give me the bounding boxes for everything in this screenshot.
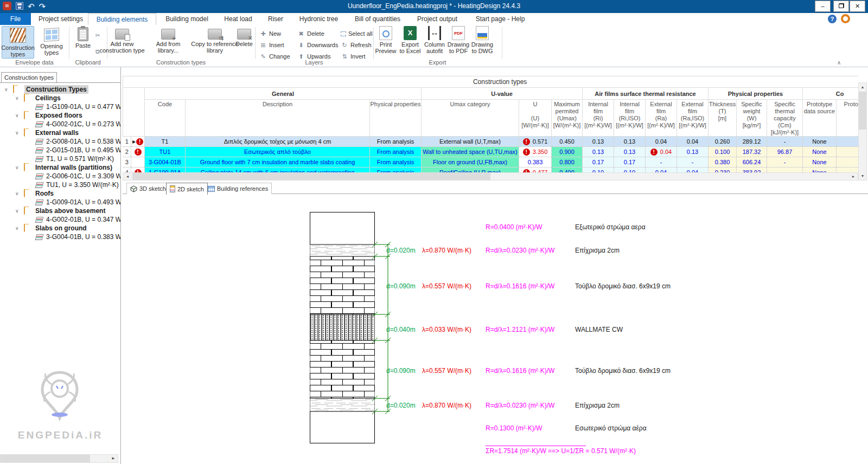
column-header-umax[interactable]: Maximum permited (Umax) [W/(m²·K)] xyxy=(552,100,583,137)
delete-construction-type-button[interactable]: ✕ Delete xyxy=(231,26,258,47)
select-all-button[interactable]: Select all xyxy=(341,29,373,38)
column-header-ri-iso[interactable]: Internal film (Ri,ISO) [(m²·K)/W] xyxy=(614,100,646,137)
group-header-physical-properties[interactable]: Physical properties xyxy=(709,88,803,100)
expand-arrow-icon[interactable]: ∨ xyxy=(15,94,19,102)
tree-item[interactable]: 1-G109-01A, U = 0.477 W/(m²·K) xyxy=(0,102,120,111)
tree-item[interactable]: 2-G008-01A, U = 0.538 W/(m²·K) xyxy=(0,137,120,146)
expand-arrow-icon[interactable]: ∨ xyxy=(15,128,19,137)
expand-arrow-icon[interactable]: ∨ xyxy=(15,224,19,233)
scroll-up-icon[interactable]: ▲ xyxy=(859,83,866,91)
column-header-thickness[interactable]: Thickness (T) [m] xyxy=(709,100,737,137)
layer-new-button[interactable]: ✚New xyxy=(259,29,281,38)
expand-arrow-icon[interactable]: ∨ xyxy=(4,85,8,94)
tree-group-internal-walls[interactable]: ∨ Internal walls (partitions) xyxy=(0,163,120,172)
tree-group-exposed-floors[interactable]: ∨ Exposed floors xyxy=(0,111,120,120)
layer-insert-button[interactable]: ⊞Insert xyxy=(259,40,284,50)
tab-start-page-help[interactable]: Start page - Help xyxy=(468,13,533,25)
column-header-u[interactable]: U (U) [W/(m²·K)] xyxy=(519,100,552,137)
drawing-to-dwg-button[interactable]: Drawing to DWG xyxy=(470,26,494,54)
tab-building-model[interactable]: Building model xyxy=(158,13,215,25)
column-header-specific-weight[interactable]: Specific weight (W) [kg/m²] xyxy=(737,100,767,137)
column-header-ra[interactable]: External film (Ra) [(m²·K)/W] xyxy=(646,100,677,137)
expand-arrow-icon[interactable]: ∨ xyxy=(15,207,19,215)
column-autofit-button[interactable]: ↔ Column autofit xyxy=(423,26,446,54)
tree-item[interactable]: 1-G009-01A, U = 0.493 W/(m²·K) xyxy=(0,198,120,207)
thickness-value: d=0.040m xyxy=(386,326,416,333)
drawing-to-pdf-button[interactable]: PDF Drawing to PDF xyxy=(446,26,470,54)
scroll-right-icon[interactable]: ► xyxy=(109,455,118,462)
tree-item[interactable]: 4-G002-01B, U = 0.347 W/(m²·K) xyxy=(0,215,120,224)
tab-bill-of-quantities[interactable]: Bill of quantities xyxy=(348,13,407,25)
tab-riser[interactable]: Riser xyxy=(261,13,290,25)
expand-arrow-icon[interactable]: ∨ xyxy=(15,163,19,172)
table-row[interactable]: 1 ▶ T1 Διπλός δρομικός τοίχος με μόνωση … xyxy=(123,137,859,147)
column-header-specific-thermal-capacity[interactable]: Specific thermal capacity (Cm) [kJ/(m²·K… xyxy=(767,100,803,137)
scroll-right-icon[interactable]: ► xyxy=(849,173,858,180)
tab-2d-sketch[interactable]: 2D sketch xyxy=(166,183,208,195)
add-from-library-button[interactable]: ＋ Add from library... xyxy=(148,26,189,54)
minimize-button[interactable]: – xyxy=(815,1,831,12)
tree-group-slabs-on-ground[interactable]: ∨ Slabs on ground xyxy=(0,224,120,233)
tree-item[interactable]: TU1, U = 3.350 W/(m²·K) xyxy=(0,181,120,189)
column-header-code[interactable]: Code xyxy=(145,100,186,137)
tab-building-references[interactable]: Building references xyxy=(204,183,272,194)
tree-item[interactable]: 3-G004-01B, U = 0.383 W/(m²·K) xyxy=(0,233,120,241)
tab-project-output[interactable]: Project output xyxy=(410,13,464,25)
expand-arrow-icon[interactable]: ∨ xyxy=(15,189,19,198)
scroll-left-icon[interactable]: ◄ xyxy=(123,173,132,180)
scrollbar-thumb[interactable] xyxy=(859,92,866,130)
scrollbar-thumb[interactable] xyxy=(132,173,490,180)
table-row[interactable]: 3 3-G004-01B Ground floor with 7 cm insu… xyxy=(123,157,859,167)
support-lifebuoy-icon[interactable] xyxy=(841,14,850,23)
scrollbar-thumb[interactable] xyxy=(1,455,90,462)
ribbon-collapse-icon[interactable]: ∧ xyxy=(837,60,841,66)
grid-horizontal-scrollbar[interactable]: ◄ ► xyxy=(123,172,858,181)
tree-panel-tab[interactable]: Construction types xyxy=(1,72,57,83)
opening-types-button[interactable]: Opening types xyxy=(35,26,68,59)
group-header-air-films[interactable]: Air films surface thermal resistance xyxy=(583,88,709,100)
refresh-button[interactable]: ↻Refresh xyxy=(341,40,372,50)
tab-project-settings[interactable]: Project settings xyxy=(34,13,88,25)
tab-file[interactable]: File xyxy=(0,13,31,25)
tab-building-elements[interactable]: Buliding elements xyxy=(88,13,156,25)
add-new-construction-type-button[interactable]: Add new construction type xyxy=(98,26,146,54)
expand-arrow-icon[interactable]: ∨ xyxy=(15,111,19,120)
tab-hydronic-tree[interactable]: Hydronic tree xyxy=(293,13,344,25)
cell-prototype: None xyxy=(803,157,837,167)
print-preview-button[interactable]: Print Preview xyxy=(374,26,398,54)
tree-item[interactable]: T1, U = 0.571 W/(m²·K) xyxy=(0,154,120,163)
group-header-co[interactable]: Co xyxy=(803,88,859,100)
tab-3d-sketch[interactable]: 3D sketch xyxy=(126,183,170,194)
tree-horizontal-scrollbar[interactable]: ► xyxy=(0,454,118,463)
group-header-u-value[interactable]: U-value xyxy=(422,88,583,100)
column-header-umax-category[interactable]: Umax category xyxy=(422,100,519,137)
tree-root[interactable]: ∨ Construction Types xyxy=(0,85,120,94)
export-to-excel-button[interactable]: X Export to Excel xyxy=(398,26,422,54)
table-row[interactable]: 2 TU1 Εσωτερικός απλό τούβλο From analys… xyxy=(123,147,859,157)
tree-item[interactable]: 2-G006-01C, U = 3.309 W/(m²·K) xyxy=(0,172,120,181)
group-label-layers: Layers xyxy=(255,59,373,66)
paste-button[interactable]: Paste xyxy=(72,26,94,49)
tree-group-slabs-above-basement[interactable]: ∨ Slabs above basement xyxy=(0,207,120,215)
group-header-general[interactable]: General xyxy=(145,88,422,100)
column-header-prototype-data-source[interactable]: Prototype data source xyxy=(803,100,837,137)
layer-downwards-button[interactable]: ⬇Downwards xyxy=(297,40,338,50)
tree-item[interactable]: 4-G002-01C, U = 0.273 W/(m²·K) xyxy=(0,120,120,128)
column-header-ri[interactable]: Internal film (Ri) [(m²·K)/W] xyxy=(583,100,614,137)
tree-group-ceilings[interactable]: ∨ Ceilings xyxy=(0,94,120,102)
column-header-description[interactable]: Description xyxy=(186,100,370,137)
grid-vertical-scrollbar[interactable]: ▲ ▼ xyxy=(858,82,867,181)
column-header-prototype-cut[interactable]: Prototype xyxy=(837,100,859,137)
tab-heat-load[interactable]: Heat load xyxy=(219,13,258,25)
column-header-physical-properties[interactable]: Physical properties xyxy=(370,100,422,137)
construction-types-button[interactable]: Construction types xyxy=(2,26,34,59)
close-button[interactable]: ✕ xyxy=(850,1,865,12)
tree-group-roofs[interactable]: ∨ Roofs xyxy=(0,189,120,198)
column-header-ra-iso[interactable]: External film (Ra,ISO) [(m²·K)/W] xyxy=(677,100,709,137)
scroll-down-icon[interactable]: ▼ xyxy=(859,172,866,180)
tree-item[interactable]: 2-G015-01B, U = 0.495 W/(m²·K) xyxy=(0,146,120,154)
restore-button[interactable] xyxy=(833,1,849,12)
layer-delete-button[interactable]: ✖Delete xyxy=(297,29,324,38)
tree-group-external-walls[interactable]: ∨ External walls xyxy=(0,128,120,137)
help-icon[interactable]: ? xyxy=(828,15,837,23)
